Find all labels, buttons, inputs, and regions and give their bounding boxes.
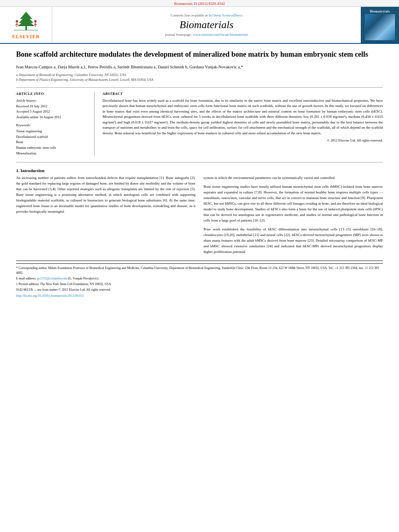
badge-label: Biomaterials [370,10,390,13]
history-label: Article history: [16,98,88,104]
keyword-5: Mineralization [16,151,88,156]
issn-line: 0142-9612/$ — see front matter © 2012 El… [16,288,383,292]
journal-title: Biomaterials [179,19,233,31]
abstract-col: Abstract Decellularized bone has been wi… [103,92,383,156]
intro-col2-p2: Bone tissue engineering studies have mos… [204,184,383,224]
intro-col2-p1: system in which the environmental parame… [204,175,383,181]
abstract-text: Decellularized bone has been widely used… [103,98,383,136]
page-wrapper: Biomaterials 33 (2012) 8329–8342 [0,0,399,314]
author-list: Ivan Marcos-Campos a, Darja Marolt a,1, … [16,65,243,69]
intro-col-left: An increasing number of patients suffers… [16,175,195,255]
keyword-1: Tissue engineering [16,129,88,134]
article-history: Article history: Received 19 July 2012 A… [16,98,88,120]
svg-point-10 [34,20,37,23]
journal-header-center: Contents lists available at SciVerse Sci… [52,7,361,43]
abstract-heading: Abstract [103,92,383,96]
badge-container: Biomaterials [365,10,395,40]
elsevier-tree-icon [12,10,40,32]
journal-header: ELSEVIER Contents lists available at Sci… [0,7,399,44]
info-abstract-section: Article info Article history: Received 1… [16,92,383,156]
article-content: Bone scaffold architecture modulates the… [0,44,399,306]
email-address[interactable]: gv2131@columbia.edu [37,277,67,280]
section-title-intro: 1. Introduction [16,168,383,173]
sciverse-link[interactable]: SciVerse ScienceDirect [209,13,243,17]
accepted-date: Accepted 5 August 2012 [16,109,88,115]
intro-col-right: system in which the environmental parame… [204,175,383,255]
elsevier-label: ELSEVIER [12,34,40,40]
issn-text: 0142-9612/$ — see front matter © 2012 El… [16,288,111,292]
article-footer: * Corresponding author. Mikati Foundatio… [16,261,383,298]
doi-line: http://dx.doi.org/10.1016/j.biomaterials… [16,294,383,298]
divider-middle [16,162,383,162]
banner-text: Biomaterials 33 (2012) 8329–8342 [174,2,225,6]
elsevier-logo-container: ELSEVIER [0,7,52,43]
intro-col1-p1: An increasing number of patients suffers… [16,175,195,215]
article-info-col: Article info Article history: Received 1… [16,92,95,156]
homepage-url[interactable]: www.elsevier.com/locate/biomaterials [193,33,248,37]
authors: Ivan Marcos-Campos a, Darja Marolt a,1, … [16,64,383,70]
keywords-section: Keywords: Tissue engineering Decellulari… [16,123,88,156]
journal-badge: Biomaterials [361,7,399,43]
email-label: E-mail address: [16,277,36,280]
intro-col2-p3: Prior work established the feasibility o… [204,227,383,255]
journal-homepage: journal homepage: www.elsevier.com/locat… [165,33,248,37]
sciverse-prefix: Contents lists available at [171,13,208,17]
journal-banner: Biomaterials 33 (2012) 8329–8342 [0,0,399,7]
received-date: Received 19 July 2012 [16,104,88,109]
keyword-4: Human embryonic stem cells [16,145,88,151]
copyright-line: © 2012 Elsevier Ltd. All rights reserved… [103,138,383,142]
affiliation-a: a Department of Biomedical Engineering, … [16,73,383,78]
svg-point-6 [16,20,18,23]
elsevier-logo: ELSEVIER [12,10,40,40]
keyword-3: Bone [16,140,88,145]
available-date: Available online 16 August 2012 [16,115,88,120]
keywords-label: Keywords: [16,123,88,127]
intro-two-col: An increasing number of patients suffers… [16,175,383,255]
affiliation-b: b Department of Plastics Engineering, Un… [16,78,383,82]
article-title: Bone scaffold architecture modulates the… [16,50,383,59]
homepage-label: journal homepage: [165,33,192,37]
email-author: (G. Vunjak-Novakovic). [68,277,99,280]
keyword-2: Decellularized scaffold [16,134,88,140]
email-line: E-mail address: gv2131@columbia.edu (G. … [16,276,383,281]
badge-image [365,14,395,40]
affiliations: a Department of Biomedical Engineering, … [16,73,383,82]
present-note: 1 Present address: The New York Stem Cel… [16,282,383,287]
sciverse-line: Contents lists available at SciVerse Sci… [171,13,243,17]
doi-link[interactable]: http://dx.doi.org/10.1016/j.biomaterials… [16,294,84,298]
corresponding-note: * Corresponding author. Mikati Foundatio… [16,266,383,275]
divider-top [16,87,383,88]
footer-divider [16,263,383,264]
article-info-heading: Article info [16,92,88,96]
